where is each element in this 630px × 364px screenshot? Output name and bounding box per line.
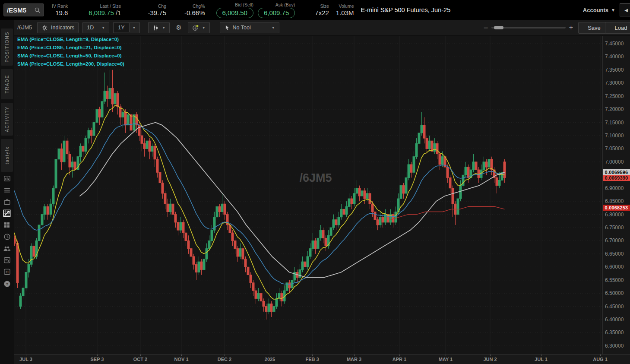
- chg-pct-field: Chg% -0.66%: [184, 3, 205, 17]
- date-tick-label: NOV 1: [174, 357, 188, 362]
- load-button[interactable]: Load: [605, 22, 630, 34]
- indicators-button[interactable]: Indicators: [37, 22, 79, 33]
- candle-body: [90, 130, 92, 136]
- date-tick-label: 2025: [265, 357, 275, 362]
- chart-style-dropdown[interactable]: ▼: [148, 22, 170, 33]
- candle-body: [114, 94, 116, 104]
- candle-body: [41, 215, 43, 225]
- date-tick: [312, 355, 313, 356]
- bid-sell-button[interactable]: 6,009.50: [216, 8, 253, 18]
- no-tool-label: No Tool: [233, 25, 251, 31]
- dashboard-icon[interactable]: [0, 220, 14, 230]
- symbol-text: /ESM5: [7, 6, 26, 14]
- chg-pct-label: Chg%: [193, 3, 205, 9]
- candle-body: [301, 262, 304, 269]
- chart-icon[interactable]: [0, 208, 14, 218]
- candle-body: [252, 283, 254, 291]
- candle-body: [335, 220, 337, 225]
- help-icon[interactable]: ?: [0, 279, 14, 289]
- legend-ema21[interactable]: EMA (Price=CLOSE, Length=21, Displace=0): [17, 44, 124, 52]
- legend-ema9[interactable]: EMA (Price=CLOSE, Length=9, Displace=0): [17, 35, 124, 44]
- sidebar-tab-positions[interactable]: POSITIONS: [1, 28, 13, 66]
- comparison-dropdown[interactable]: ▼: [188, 22, 210, 33]
- zoom-in-button[interactable]: +: [569, 24, 573, 32]
- accounts-menu[interactable]: Accounts ▼: [583, 7, 615, 13]
- candle-body: [288, 283, 291, 288]
- price-axis[interactable]: 7.450007.400007.350007.300007.250007.200…: [602, 35, 630, 354]
- candle-body: [141, 136, 143, 143]
- history-icon[interactable]: [0, 231, 14, 242]
- candle-body: [320, 230, 322, 238]
- candle-body: [459, 186, 462, 199]
- replay-icon[interactable]: [0, 255, 14, 265]
- candle-body: [364, 191, 366, 199]
- date-tick: [490, 355, 491, 356]
- community-icon[interactable]: [0, 243, 14, 253]
- candle-body: [85, 138, 87, 151]
- candle-body: [299, 269, 301, 277]
- collapse-panel-button[interactable]: ◀: [620, 3, 630, 16]
- drawing-tool-dropdown[interactable]: No Tool ▼: [220, 22, 279, 33]
- sidebar-tab-activity[interactable]: ACTIVITY: [1, 103, 13, 136]
- candle-body: [200, 262, 203, 269]
- ask-value: 6,009.75: [264, 9, 289, 16]
- last-value: 6,009.75: [89, 9, 114, 16]
- fi-icon[interactable]: FI: [0, 266, 14, 277]
- timeframe-dropdown[interactable]: 1D ▼: [82, 22, 109, 33]
- chg-field: Chg -39.75: [148, 3, 166, 17]
- date-tick-label: FEB 3: [305, 357, 319, 362]
- candlestick-chart[interactable]: /6JM5: [14, 35, 602, 354]
- candle-body: [231, 233, 234, 241]
- legend-sma200[interactable]: SMA (Price=CLOSE, Length=200, Displace=0…: [17, 60, 124, 68]
- candle-body: [69, 154, 71, 167]
- last-size-label: Last / Size: [100, 3, 121, 9]
- zoom-out-button[interactable]: –: [484, 24, 488, 32]
- candle-body: [174, 215, 177, 222]
- candle-body: [79, 146, 82, 156]
- date-tick-label: APR 1: [393, 357, 406, 362]
- candle-body: [149, 141, 151, 151]
- range-dropdown[interactable]: 1Y ▼: [113, 22, 140, 33]
- legend-sma50[interactable]: SMA (Price=CLOSE, Length=50, Displace=0): [17, 52, 124, 60]
- zoom-slider[interactable]: [491, 27, 566, 28]
- chart-area[interactable]: /6JM5 EMA (Price=CLOSE, Length=9, Displa…: [14, 35, 602, 354]
- volume-field: Volume 1.03M: [336, 3, 354, 17]
- candlestick-style-icon: [152, 25, 159, 31]
- candle-body: [146, 141, 148, 149]
- date-tick: [225, 355, 225, 356]
- watchlist-icon[interactable]: [0, 185, 14, 195]
- trading-platform-window: /ESM5 IV Rank 19.6 Last / Size 6,009.75 …: [0, 0, 630, 364]
- sidebar-tab-trade[interactable]: TRADE: [1, 69, 13, 99]
- candle-body: [325, 238, 327, 246]
- date-axis[interactable]: JUL 3SEP 3OCT 2NOV 1DEC 22025FEB 3MAR 3A…: [14, 354, 630, 364]
- candle-body: [156, 159, 158, 172]
- candle-body: [164, 193, 166, 204]
- candle-body: [428, 141, 431, 149]
- candle-body: [275, 298, 278, 306]
- price-tick-label: 6.60000: [605, 263, 624, 270]
- ask-buy-button[interactable]: 6,009.75: [258, 8, 295, 18]
- sidebar-tab-tastyfx[interactable]: tastyfx: [1, 139, 13, 172]
- candle-body: [242, 249, 244, 259]
- candle-body: [127, 114, 129, 125]
- candle-body: [307, 256, 309, 267]
- volume-value: 1.03M: [336, 9, 354, 17]
- date-tick-label: MAR 3: [347, 357, 361, 362]
- symbol-search[interactable]: /ESM5: [3, 3, 44, 16]
- price-tick-label: 7.20000: [605, 106, 624, 113]
- quote-board-icon[interactable]: [0, 173, 14, 184]
- candle-body: [33, 246, 35, 256]
- tv-icon[interactable]: [0, 196, 14, 207]
- candle-body: [255, 291, 257, 298]
- candle-body: [98, 109, 101, 117]
- chevron-down-icon: ▼: [101, 26, 105, 30]
- chart-toolbar: /6JM5 Indicators 1D ▼ 1Y ▼ ▼ ⚙: [14, 20, 630, 36]
- price-tick-label: 7.25000: [605, 93, 624, 100]
- zoom-slider-handle[interactable]: [494, 26, 503, 29]
- chart-settings-button[interactable]: ⚙: [174, 22, 184, 33]
- search-icon[interactable]: [34, 7, 41, 13]
- candle-body: [345, 206, 348, 214]
- ask-label: Ask (Buy): [275, 2, 295, 7]
- iv-rank-field: IV Rank 19.6: [52, 3, 68, 17]
- accounts-label: Accounts: [583, 7, 608, 13]
